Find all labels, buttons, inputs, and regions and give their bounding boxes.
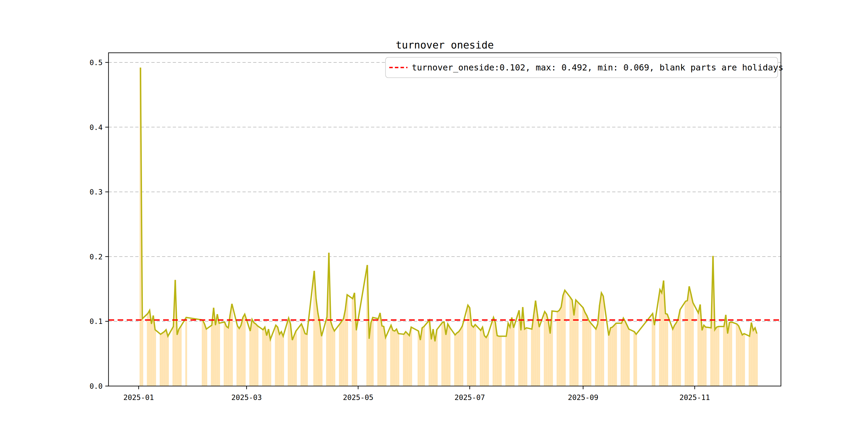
bar	[341, 321, 343, 386]
bar	[291, 340, 293, 386]
bar	[573, 316, 575, 386]
bar	[317, 313, 319, 386]
bar	[381, 326, 383, 386]
bar	[705, 327, 707, 386]
bar	[487, 334, 489, 386]
bar	[535, 301, 537, 386]
bar	[575, 300, 577, 386]
bar	[392, 330, 394, 386]
bar	[436, 330, 438, 386]
bar	[306, 334, 308, 386]
bar	[390, 325, 392, 386]
bar	[496, 336, 498, 386]
bar	[628, 329, 630, 386]
bar	[484, 336, 486, 386]
bar	[710, 328, 712, 386]
bar	[569, 298, 571, 386]
bar	[557, 312, 559, 386]
figure: 2025-012025-032025-052025-072025-092025-…	[0, 0, 868, 434]
bar	[253, 322, 255, 386]
bar	[511, 317, 513, 386]
bar	[456, 333, 458, 386]
bar	[264, 327, 266, 386]
bar	[142, 319, 143, 386]
bar	[537, 314, 538, 386]
bar	[431, 339, 432, 386]
bar	[398, 334, 399, 386]
bar	[692, 303, 694, 386]
bar	[595, 329, 597, 386]
bar	[752, 330, 754, 386]
bar	[151, 324, 152, 386]
bar	[301, 324, 303, 386]
bar	[531, 329, 533, 386]
bar	[407, 334, 408, 386]
bar	[266, 336, 268, 386]
bar	[295, 331, 297, 386]
bar	[434, 341, 436, 386]
bar	[173, 327, 175, 386]
bar	[206, 329, 207, 386]
bar	[524, 329, 526, 386]
bar	[368, 339, 370, 386]
bar	[154, 330, 156, 386]
bar	[597, 324, 599, 386]
bar	[547, 321, 549, 386]
y-tick-label: 0.4	[90, 123, 103, 131]
bar	[474, 324, 476, 386]
bar	[255, 324, 257, 386]
bar	[330, 321, 332, 386]
bar	[204, 324, 206, 386]
bar	[622, 318, 624, 386]
bar	[394, 331, 396, 386]
bar	[626, 325, 628, 386]
bar	[754, 328, 756, 386]
bar	[571, 300, 573, 386]
chart-canvas: 2025-012025-032025-052025-072025-092025-…	[0, 0, 868, 434]
bar	[738, 326, 740, 386]
bar	[493, 317, 495, 386]
bar	[326, 317, 328, 386]
y-tick-label: 0.2	[90, 253, 103, 261]
bar	[679, 310, 681, 386]
bar	[185, 317, 187, 386]
bar	[621, 323, 623, 386]
bar	[513, 328, 515, 386]
bar	[160, 334, 161, 386]
bar	[383, 327, 385, 386]
x-tick-label: 2025-01	[124, 393, 154, 402]
bar	[485, 338, 487, 386]
bar	[467, 305, 469, 386]
bar	[408, 336, 410, 386]
bar	[509, 327, 511, 386]
bar	[701, 330, 703, 386]
bar	[586, 316, 588, 386]
bar	[244, 314, 246, 386]
bar	[441, 322, 443, 386]
bar	[343, 319, 344, 386]
bar	[472, 327, 474, 386]
bar	[675, 322, 677, 386]
bar	[602, 296, 604, 386]
bar	[352, 299, 353, 386]
bar	[270, 339, 271, 386]
bar	[661, 293, 663, 386]
bar	[613, 325, 615, 386]
bar	[741, 335, 743, 386]
bar	[293, 336, 295, 386]
bar	[303, 329, 304, 386]
bar	[494, 322, 496, 386]
bar	[615, 323, 617, 386]
bar	[560, 307, 562, 386]
bar	[482, 327, 484, 386]
bar	[231, 304, 233, 386]
bar	[147, 313, 149, 386]
bar	[610, 328, 612, 386]
bar	[739, 330, 741, 386]
bar	[423, 327, 425, 386]
bar	[224, 322, 225, 386]
bar	[225, 327, 227, 386]
bar	[723, 327, 725, 386]
x-tick-label: 2025-07	[454, 393, 485, 402]
bar	[471, 325, 472, 386]
